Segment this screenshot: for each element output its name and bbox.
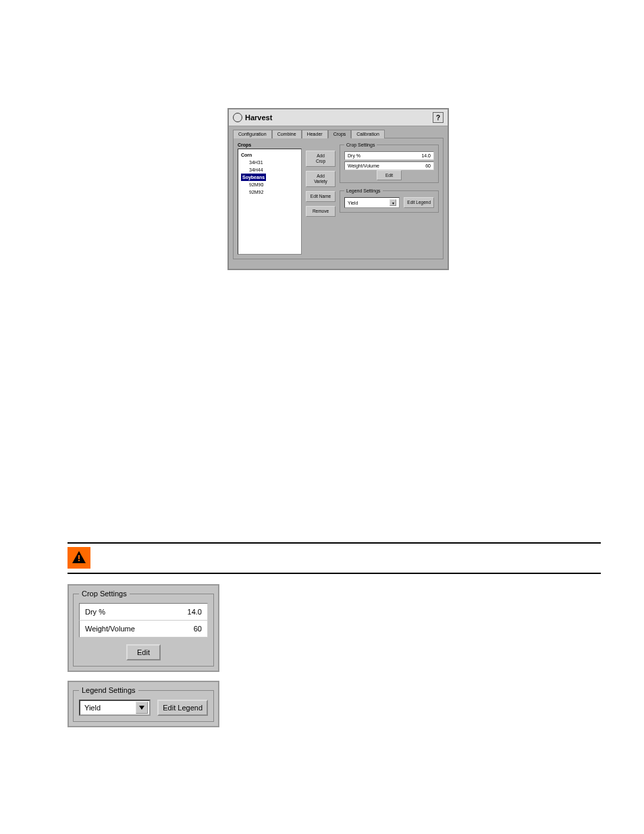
harvest-icon — [233, 113, 242, 122]
crop-settings-group: Crop Settings Dry % 14.0 Weight/Volume 6… — [340, 142, 439, 183]
divider — [68, 542, 601, 544]
crops-tree[interactable]: Corn 34H31 34H44 Soybeans 92M90 92M92 — [238, 149, 302, 255]
legend-dropdown-value: Yield — [348, 201, 358, 205]
tab-combine[interactable]: Combine — [272, 130, 302, 138]
tree-item-variety[interactable]: 92M92 — [241, 188, 298, 196]
tree-item-soybeans[interactable]: Soybeans — [241, 174, 298, 181]
tab-configuration[interactable]: Configuration — [233, 130, 272, 138]
svg-rect-0 — [78, 555, 80, 559]
weight-volume-label: Weight/Volume — [85, 625, 135, 633]
legend-dropdown-value: Yield — [84, 704, 101, 712]
tab-calibration[interactable]: Calibration — [351, 130, 384, 138]
edit-name-button[interactable]: Edit Name — [306, 191, 336, 202]
add-crop-button[interactable]: Add Crop — [306, 151, 336, 167]
crop-settings-edit-button[interactable]: Edit — [126, 644, 161, 660]
dry-percent-label: Dry % — [348, 153, 360, 158]
help-button[interactable]: ? — [433, 112, 444, 123]
tree-item-variety[interactable]: 34H44 — [241, 166, 298, 174]
crop-settings-edit-button[interactable]: Edit — [377, 170, 402, 180]
crops-label: Crops — [238, 142, 302, 147]
tab-crops[interactable]: Crops — [328, 130, 352, 138]
button-column: Add Crop Add Variety Edit Name Remove — [306, 142, 336, 255]
dialog-title: Harvest — [233, 113, 272, 122]
weight-volume-value: 60 — [194, 625, 202, 633]
tab-header[interactable]: Header — [302, 130, 328, 138]
remove-button[interactable]: Remove — [306, 206, 336, 217]
settings-column: Crop Settings Dry % 14.0 Weight/Volume 6… — [340, 142, 439, 255]
legend-settings-group: Legend Settings Yield ▾ Edit Legend — [340, 188, 439, 213]
dry-percent-row: Dry % 14.0 — [79, 603, 208, 621]
crop-settings-enlarged: Crop Settings Dry % 14.0 Weight/Volume 6… — [68, 584, 219, 672]
crop-settings-legend: Crop Settings — [344, 142, 377, 147]
divider — [68, 573, 601, 574]
harvest-dialog: Harvest ? Configuration Combine Header C… — [227, 108, 449, 270]
legend-settings-enlarged: Legend Settings Yield Edit Legend — [68, 681, 219, 727]
chevron-down-icon — [136, 702, 148, 714]
dry-percent-value: 14.0 — [421, 153, 431, 158]
svg-rect-1 — [78, 560, 80, 561]
tree-item-variety[interactable]: 34H31 — [241, 159, 298, 166]
dialog-titlebar: Harvest ? — [229, 109, 448, 126]
dry-percent-label: Dry % — [85, 608, 105, 616]
legend-settings-legend: Legend Settings — [344, 188, 383, 193]
chevron-down-icon: ▾ — [390, 199, 396, 206]
dry-percent-row: Dry % 14.0 — [344, 151, 434, 160]
legend-settings-legend: Legend Settings — [79, 686, 138, 694]
legend-dropdown[interactable]: Yield — [79, 700, 151, 716]
dry-percent-value: 14.0 — [188, 608, 202, 616]
tab-strip: Configuration Combine Header Crops Calib… — [229, 126, 448, 138]
warning-icon — [68, 547, 90, 569]
edit-legend-button[interactable]: Edit Legend — [404, 197, 434, 208]
legend-dropdown[interactable]: Yield ▾ — [344, 197, 400, 208]
crop-settings-legend: Crop Settings — [79, 590, 130, 598]
add-variety-button[interactable]: Add Variety — [306, 171, 336, 187]
tree-item-corn[interactable]: Corn — [241, 151, 298, 159]
weight-volume-value: 60 — [425, 163, 431, 168]
weight-volume-row: Weight/Volume 60 — [79, 621, 208, 637]
dialog-title-text: Harvest — [245, 113, 272, 122]
crops-panel: Crops Corn 34H31 34H44 Soybeans 92M90 92… — [238, 142, 302, 255]
tab-body: Crops Corn 34H31 34H44 Soybeans 92M90 92… — [233, 138, 444, 259]
tree-item-variety[interactable]: 92M90 — [241, 181, 298, 188]
edit-legend-button[interactable]: Edit Legend — [157, 700, 208, 716]
weight-volume-label: Weight/Volume — [348, 163, 379, 168]
weight-volume-row: Weight/Volume 60 — [344, 161, 434, 170]
